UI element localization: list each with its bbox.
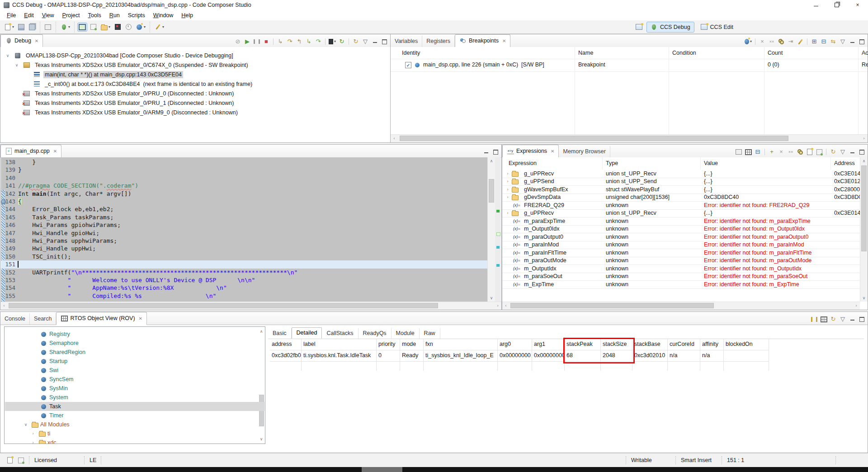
tab-search[interactable]: Search bbox=[30, 313, 57, 325]
column-header-type[interactable]: Type bbox=[606, 160, 618, 166]
expand-all-icon[interactable]: ⊞ bbox=[811, 38, 818, 45]
reevaluate-icon[interactable] bbox=[797, 148, 804, 156]
debug-button[interactable]: ▾ bbox=[59, 23, 71, 32]
rov-column-header-affinity[interactable]: affinity bbox=[700, 339, 724, 350]
add-expression-icon[interactable]: + bbox=[768, 148, 775, 156]
pin-editor-button[interactable]: ▾ bbox=[153, 23, 165, 32]
overview-marker-green[interactable] bbox=[496, 210, 500, 212]
debug-tree-row[interactable]: main(int, char * *)() at main_dsp.cpp:14… bbox=[0, 70, 390, 79]
pin-editor-icon[interactable] bbox=[154, 24, 161, 31]
menu-scripts[interactable]: Scripts bbox=[124, 11, 149, 19]
column-header-count[interactable]: Count bbox=[768, 50, 783, 56]
resource-explorer-button[interactable]: ▾ bbox=[134, 23, 147, 32]
expressions-vscrollbar[interactable]: ∧ ∨ bbox=[860, 157, 868, 302]
breakpoint-checkbox[interactable]: ✓ bbox=[405, 62, 411, 68]
rov-tree-item-timer[interactable]: Timer bbox=[5, 411, 264, 420]
column-header-identity[interactable]: Identity bbox=[402, 50, 420, 56]
step-into-icon[interactable]: ↳ bbox=[277, 38, 284, 45]
chevron-down-icon[interactable]: ▾ bbox=[12, 25, 14, 29]
minimize-icon[interactable] bbox=[849, 38, 856, 45]
expression-row[interactable]: (x)=m_paraExpTimeunknownError: identifie… bbox=[502, 217, 860, 226]
rov-column-header-arg1[interactable]: arg1 bbox=[532, 339, 565, 350]
expressions-hscrollbar[interactable]: ‹ › bbox=[502, 302, 860, 310]
editor-hscrollbar[interactable]: ‹ › bbox=[0, 302, 501, 310]
expression-row[interactable]: ›gWaveSmpBufExstruct stWavePlayBuf{...}0… bbox=[502, 185, 860, 194]
maximize-icon[interactable] bbox=[858, 38, 865, 45]
rov-detail-tab-raw[interactable]: Raw bbox=[420, 328, 440, 339]
rov-column-header-arg0[interactable]: arg0 bbox=[498, 339, 532, 350]
chevron-expanded-icon[interactable]: ∨ bbox=[5, 53, 10, 58]
edit-watch-icon[interactable] bbox=[816, 148, 823, 156]
tab-rtos-object-view-rov-[interactable]: RTOS Object View (ROV)✕ bbox=[56, 312, 147, 325]
expression-row[interactable]: (x)=FRE2RAD_Q29unknownError: identifier … bbox=[502, 201, 860, 210]
code-editor[interactable]: 138 }139}140141//#pragma CODE_SECTION(".… bbox=[1, 157, 489, 302]
expression-row[interactable]: (x)=m_paraInModunknownError: identifier … bbox=[502, 241, 860, 250]
skip-pencil-icon[interactable] bbox=[797, 38, 804, 45]
save-icon[interactable] bbox=[18, 24, 25, 31]
close-icon[interactable]: ✕ bbox=[551, 149, 554, 154]
step-over-icon[interactable]: ↷ bbox=[286, 38, 293, 45]
collapse-all-icon[interactable]: ⊟ bbox=[820, 38, 827, 45]
code-line-148[interactable]: 148 Hwi_Params upphwiParams; bbox=[1, 237, 489, 245]
chevron-collapsed-icon[interactable]: › bbox=[505, 187, 510, 192]
goto-file-icon[interactable]: ⇥ bbox=[787, 38, 794, 45]
maximize-icon[interactable] bbox=[858, 148, 865, 156]
open-project-button[interactable]: ▾ bbox=[99, 23, 112, 32]
code-line-138[interactable]: 138 } bbox=[1, 158, 489, 166]
tab-debug[interactable]: Debug ✕ bbox=[0, 34, 43, 47]
code-line-153[interactable]: 153 " Welcome to use ONLLY's Device @ DS… bbox=[1, 276, 489, 284]
resume-icon[interactable]: ▶ bbox=[244, 38, 251, 45]
close-icon[interactable]: ✕ bbox=[139, 316, 142, 321]
status-doc-icon[interactable] bbox=[6, 457, 14, 464]
code-line-144[interactable]: 144 Error_Block eb,eb1,eb2; bbox=[1, 205, 489, 213]
code-line-143[interactable]: 143{ bbox=[1, 198, 489, 205]
tab-registers[interactable]: Registers bbox=[422, 36, 455, 47]
menu-view[interactable]: View bbox=[38, 11, 58, 19]
code-line-152[interactable]: 152 UARTprintf("\n**********************… bbox=[1, 269, 489, 276]
tab-expressions[interactable]: x=yExpressions✕ bbox=[502, 145, 559, 158]
tab-breakpoints[interactable]: Breakpoints✕ bbox=[455, 34, 510, 47]
save-button[interactable] bbox=[16, 23, 26, 32]
remove-all-icon[interactable]: ×× bbox=[768, 38, 775, 45]
open-element-button[interactable] bbox=[43, 23, 53, 32]
terminate-icon[interactable]: ■ bbox=[263, 38, 270, 45]
debug-tree-row[interactable]: Texas Instruments XDS2xx USB Emulator_0/… bbox=[0, 89, 390, 98]
code-line-141[interactable]: 141//#pragma CODE_SECTION(".coderam") bbox=[1, 182, 489, 189]
profile-clock-button[interactable] bbox=[123, 23, 133, 32]
rov-tree-item-registry[interactable]: Registry bbox=[5, 330, 264, 339]
expression-row[interactable]: (x)=m_Output0IdxunknownError: identifier… bbox=[502, 225, 860, 234]
remove-icon[interactable]: × bbox=[778, 148, 785, 156]
column-header-condition[interactable]: Condition bbox=[672, 50, 696, 56]
step-return-icon[interactable]: ↰ bbox=[296, 38, 303, 45]
rov-column-header-mode[interactable]: mode bbox=[400, 339, 424, 350]
refresh-icon[interactable]: ↻ bbox=[352, 38, 359, 45]
rov-tree-item-syncsem[interactable]: SyncSem bbox=[5, 375, 264, 384]
minimize-icon[interactable] bbox=[482, 148, 490, 156]
rov-column-header-address[interactable]: address bbox=[270, 339, 302, 350]
connect-target-button[interactable] bbox=[77, 23, 87, 32]
rov-column-header-curcoreid[interactable]: curCoreId bbox=[668, 339, 700, 350]
resource-explorer-icon[interactable] bbox=[136, 24, 143, 31]
column-header-expression[interactable]: Expression bbox=[509, 160, 537, 166]
window-minimize-button[interactable] bbox=[806, 0, 826, 10]
chevron-down-icon[interactable]: ▾ bbox=[68, 25, 70, 29]
chevron-collapsed-icon[interactable]: › bbox=[505, 171, 510, 176]
chevron-down-icon[interactable]: ▾ bbox=[108, 25, 110, 29]
code-line-145[interactable]: 145 Task_Params taskParams; bbox=[1, 213, 489, 221]
profile-clock-icon[interactable] bbox=[125, 24, 132, 31]
minimize-icon[interactable] bbox=[371, 38, 378, 45]
breakpoint-gears-icon[interactable] bbox=[778, 38, 785, 45]
save-all-icon[interactable] bbox=[28, 24, 36, 31]
refresh-icon[interactable]: ↻ bbox=[830, 316, 837, 323]
expression-row[interactable]: (x)=m_OutputIdxunknownError: identifier … bbox=[502, 264, 860, 273]
rov-tree-item-xdc[interactable]: ›xdc bbox=[5, 438, 264, 444]
save-all-button[interactable] bbox=[27, 23, 37, 32]
tab-memory-browser[interactable]: Memory Browser bbox=[559, 146, 610, 157]
expression-row[interactable]: (x)=m_ExpTimeunknownError: identifier no… bbox=[502, 280, 860, 289]
debug-tree-row[interactable]: ∨OMAPL138-DSP-Cpp_20210304bad [Code Comp… bbox=[0, 51, 390, 60]
chevron-collapsed-icon[interactable]: › bbox=[30, 440, 36, 444]
minimize-icon[interactable] bbox=[849, 316, 856, 323]
status-edit-icon[interactable] bbox=[17, 457, 24, 464]
new-button[interactable]: ▾ bbox=[3, 23, 15, 32]
code-line-151[interactable]: 151 bbox=[1, 260, 489, 268]
